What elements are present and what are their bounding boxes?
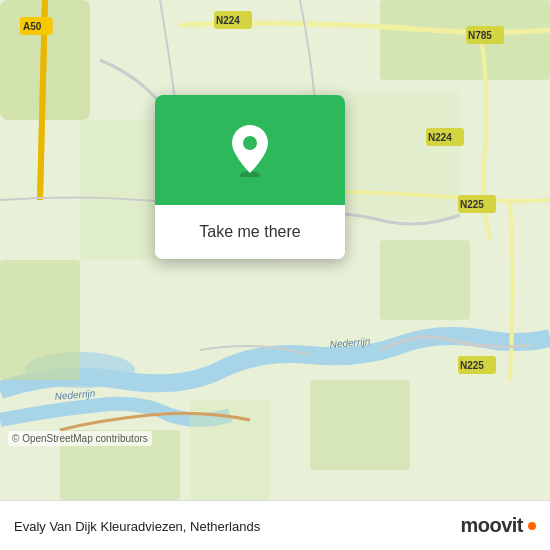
bottom-bar: Evaly Van Dijk Kleuradviezen, Netherland…: [0, 500, 550, 550]
svg-text:N225: N225: [460, 360, 484, 371]
popup-map-preview: [155, 95, 345, 205]
osm-attribution: © OpenStreetMap contributors: [8, 431, 152, 446]
svg-text:N785: N785: [468, 30, 492, 41]
svg-text:N224: N224: [428, 132, 452, 143]
moovit-dot-icon: [528, 522, 536, 530]
svg-rect-6: [310, 380, 410, 470]
svg-text:N224: N224: [216, 15, 240, 26]
location-pin-icon: [228, 123, 272, 177]
moovit-logo: moovit: [460, 514, 536, 537]
location-name-text: Evaly Van Dijk Kleuradviezen, Netherland…: [14, 519, 260, 534]
take-me-there-button[interactable]: Take me there: [169, 215, 331, 249]
location-label: Evaly Van Dijk Kleuradviezen, Netherland…: [14, 517, 260, 535]
svg-rect-5: [380, 240, 470, 320]
svg-rect-3: [380, 0, 550, 80]
svg-point-35: [243, 136, 257, 150]
popup-card: Take me there: [155, 95, 345, 259]
svg-text:N225: N225: [460, 199, 484, 210]
svg-rect-4: [0, 260, 80, 380]
moovit-brand-text: moovit: [460, 514, 523, 537]
popup-button-area: Take me there: [155, 205, 345, 259]
svg-text:A50: A50: [23, 21, 42, 32]
map-container: Nederrijn Nederrijn A50 N224 N785 N224 N…: [0, 0, 550, 500]
